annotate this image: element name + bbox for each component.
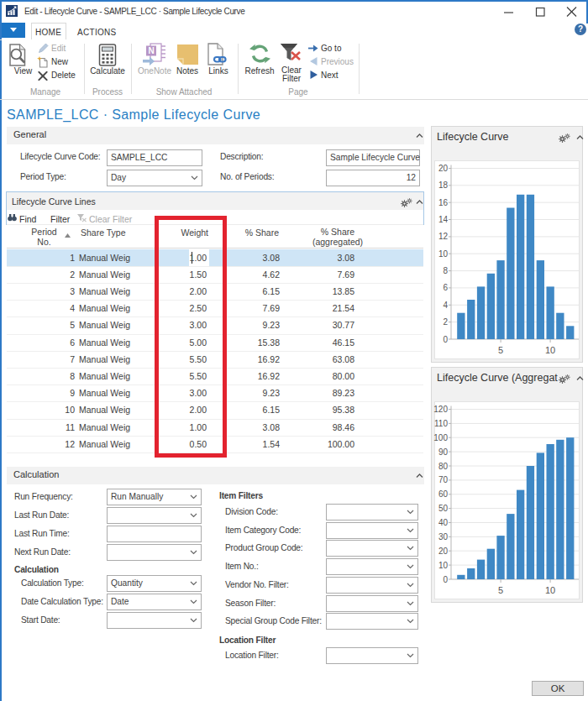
svg-text:20: 20 (438, 164, 449, 173)
svg-text:6: 6 (443, 283, 448, 292)
svg-text:0: 0 (443, 335, 448, 344)
svg-text:18: 18 (438, 180, 449, 190)
svg-text:20: 20 (438, 547, 449, 556)
svg-text:10: 10 (438, 561, 449, 570)
svg-text:30: 30 (438, 532, 449, 541)
svg-text:90: 90 (438, 447, 449, 457)
svg-text:120: 120 (433, 405, 448, 414)
svg-text:70: 70 (438, 475, 449, 484)
svg-text:10: 10 (545, 345, 555, 355)
svg-text:40: 40 (438, 518, 449, 527)
svg-text:10: 10 (545, 585, 555, 595)
svg-text:5: 5 (498, 345, 503, 355)
svg-text:0: 0 (443, 575, 448, 584)
svg-text:50: 50 (438, 504, 449, 513)
svg-text:14: 14 (438, 215, 449, 224)
svg-text:60: 60 (438, 489, 449, 499)
svg-text:5: 5 (498, 585, 503, 595)
svg-text:80: 80 (438, 462, 449, 471)
svg-text:10: 10 (438, 249, 449, 259)
svg-text:2: 2 (443, 317, 448, 327)
svg-text:N: N (148, 46, 154, 55)
svg-text:16: 16 (438, 198, 449, 207)
svg-text:12: 12 (438, 232, 449, 241)
svg-text:100: 100 (433, 433, 448, 442)
svg-text:4: 4 (443, 301, 448, 310)
svg-text:110: 110 (434, 419, 448, 428)
svg-text:8: 8 (443, 266, 448, 275)
